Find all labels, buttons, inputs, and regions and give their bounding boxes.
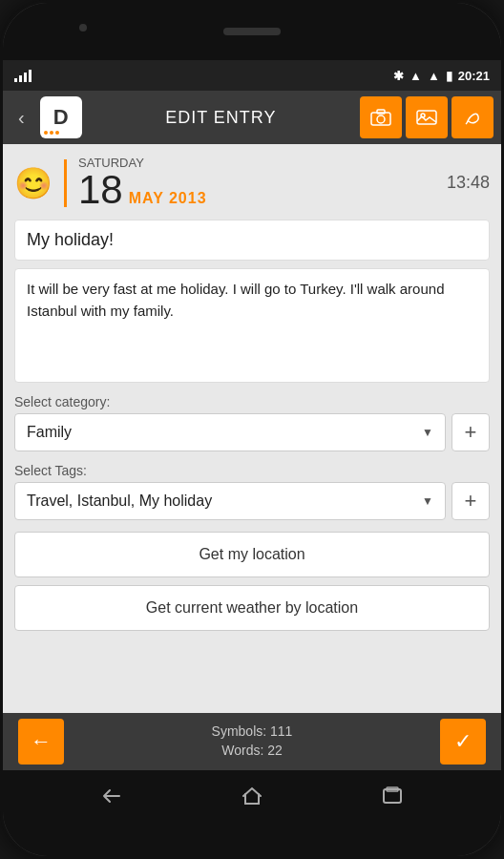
- bluetooth-icon: ✱: [393, 69, 404, 83]
- confirm-button[interactable]: ✓: [440, 719, 486, 765]
- phone-bottom: [3, 828, 501, 856]
- body-input[interactable]: It will be very fast at me holiday. I wi…: [14, 268, 490, 383]
- words-count: Words: 22: [212, 742, 293, 761]
- signal-icon: [14, 70, 32, 82]
- day-number: 18: [78, 170, 123, 210]
- signal-strength-icon: ▲: [428, 69, 440, 83]
- camera-button[interactable]: [360, 96, 402, 138]
- tags-value: Travel, Istanbul, My holiday: [27, 492, 212, 510]
- app-toolbar: ‹ D EDIT ENTRY: [3, 91, 501, 144]
- speaker: [223, 28, 281, 35]
- nav-recent-button[interactable]: [381, 785, 404, 813]
- get-location-button[interactable]: Get my location: [14, 532, 490, 577]
- status-left: [14, 70, 32, 82]
- tags-arrow-icon: ▼: [422, 494, 433, 508]
- symbols-count: Symbols: 111: [212, 723, 293, 742]
- svg-rect-2: [377, 110, 385, 114]
- tags-label: Select Tags:: [14, 463, 490, 478]
- date-divider: [64, 159, 67, 207]
- category-value: Family: [27, 424, 72, 441]
- bottom-stats: Symbols: 111 Words: 22: [212, 723, 293, 760]
- image-button[interactable]: [406, 96, 448, 138]
- status-right: ✱ ▲ ▲ ▮ 20:21: [393, 69, 490, 83]
- get-weather-button[interactable]: Get current weather by location: [14, 585, 490, 631]
- back-button[interactable]: ‹: [10, 103, 32, 133]
- svg-point-1: [377, 115, 385, 123]
- main-content: 😊 SATURDAY 18 MAY 2013 13:48 My holiday!…: [3, 144, 501, 713]
- battery-icon: ▮: [446, 69, 452, 83]
- status-bar: ✱ ▲ ▲ ▮ 20:21: [3, 60, 501, 91]
- cancel-button[interactable]: ←: [18, 719, 64, 765]
- category-dropdown[interactable]: Family ▼: [14, 413, 446, 451]
- title-input[interactable]: My holiday!: [14, 220, 490, 261]
- handwrite-button[interactable]: [452, 96, 494, 138]
- add-category-button[interactable]: +: [452, 413, 490, 451]
- bottom-bar: ← Symbols: 111 Words: 22 ✓: [3, 713, 501, 770]
- cancel-icon: ←: [31, 729, 52, 754]
- month-year: MAY 2013: [129, 190, 207, 207]
- nav-back-button[interactable]: [100, 785, 123, 813]
- toolbar-title: EDIT ENTRY: [90, 108, 352, 128]
- confirm-icon: ✓: [454, 729, 472, 754]
- app-logo: D: [40, 96, 82, 138]
- tags-dropdown[interactable]: Travel, Istanbul, My holiday ▼: [14, 482, 446, 520]
- nav-home-button[interactable]: [241, 785, 263, 813]
- mood-emoji[interactable]: 😊: [14, 165, 52, 201]
- category-label: Select category:: [14, 394, 490, 409]
- category-row: Family ▼ +: [14, 413, 490, 451]
- toolbar-actions: [360, 96, 494, 138]
- wifi-icon: ▲: [410, 69, 422, 83]
- tags-row: Travel, Istanbul, My holiday ▼ +: [14, 482, 490, 520]
- dropdown-arrow-icon: ▼: [422, 426, 433, 439]
- entry-header: 😊 SATURDAY 18 MAY 2013 13:48: [14, 156, 490, 210]
- add-tag-button[interactable]: +: [452, 482, 490, 520]
- clock: 20:21: [458, 69, 490, 83]
- phone-frame: ✱ ▲ ▲ ▮ 20:21 ‹ D EDIT ENTRY: [0, 0, 504, 859]
- phone-top-physical: [3, 3, 501, 60]
- entry-time: 13:48: [447, 173, 490, 193]
- nav-bar: [3, 770, 501, 828]
